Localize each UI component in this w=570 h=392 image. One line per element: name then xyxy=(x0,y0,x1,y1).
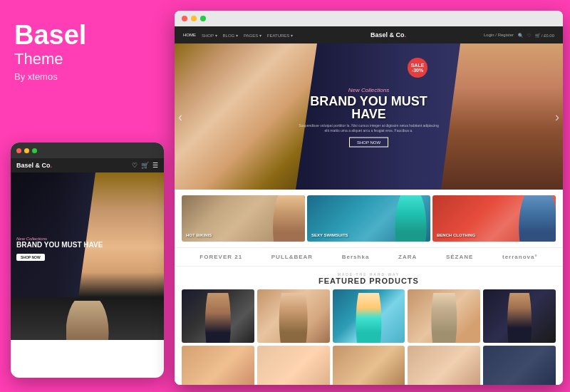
wishlist-icon[interactable]: ♡ xyxy=(527,33,531,38)
cat-label-2: SEXY SWIMSUITS xyxy=(311,233,348,237)
product-card-4[interactable] xyxy=(408,289,480,343)
product-figure-2 xyxy=(276,293,311,343)
mobile-logo: Basel & Co. xyxy=(16,162,52,169)
mobile-top-bar xyxy=(11,143,164,158)
cat-figure-1 xyxy=(269,195,305,242)
login-register-link[interactable]: Login / Register xyxy=(484,33,514,37)
nav-item-home[interactable]: HOME xyxy=(183,33,196,38)
product-card-8[interactable] xyxy=(333,346,405,385)
menu-icon[interactable]: ☰ xyxy=(152,162,158,169)
cat-figure-3 xyxy=(517,195,556,242)
nav-item-features[interactable]: FEATURES ▾ xyxy=(267,33,293,38)
nav-item-shop[interactable]: SHOP ▾ xyxy=(202,33,217,38)
mobile-bottom-section xyxy=(11,297,164,340)
product-card-1[interactable] xyxy=(182,289,254,343)
nav-item-blog[interactable]: BLOG ▾ xyxy=(223,33,238,38)
brand-sezane[interactable]: SÉZANE xyxy=(446,254,473,260)
product-figure-5 xyxy=(502,293,537,343)
cat-label-1: HOT BIKINIS xyxy=(186,233,212,237)
category-bench-clothing[interactable]: BENCH CLOTHING xyxy=(432,195,556,242)
mobile-girl-silhouette xyxy=(66,301,109,340)
product-card-10[interactable] xyxy=(483,346,556,385)
category-sexy-swimsuits[interactable]: SEXY SWIMSUITS xyxy=(307,195,430,242)
product-card-9[interactable] xyxy=(408,346,480,385)
category-section: HOT BIKINIS SEXY SWIMSUITS BENCH CLOTHIN… xyxy=(175,190,563,247)
brand-terranova[interactable]: terranova° xyxy=(502,254,538,260)
mobile-shop-now-button[interactable]: SHOP NOW xyxy=(16,254,45,261)
brands-section: FOREVER 21 PULL&BEAR Bershka ZARA SÉZANE… xyxy=(175,247,563,267)
product-card-6[interactable] xyxy=(182,346,254,385)
category-hot-bikinis[interactable]: HOT BIKINIS xyxy=(182,195,305,242)
product-card-5[interactable] xyxy=(483,289,556,343)
featured-section: MADE THE HARD WAY FEATURED PRODUCTS xyxy=(175,267,563,385)
mobile-dot-red xyxy=(16,148,21,153)
hero-new-collections: New Collections xyxy=(298,86,440,93)
desktop-dot-green xyxy=(200,16,206,21)
desktop-dot-red xyxy=(182,16,187,21)
mobile-brand-text: BRAND YOU MUST HAVE xyxy=(16,241,103,249)
featured-title: FEATURED PRODUCTS xyxy=(182,277,556,285)
hero-shop-now-button[interactable]: SHOP NOW xyxy=(349,137,388,147)
product-card-3[interactable] xyxy=(333,289,405,343)
brand-name: Basel xyxy=(14,21,171,48)
product-figure-3 xyxy=(351,293,386,343)
desktop-top-bar xyxy=(175,11,563,26)
cart-icon[interactable]: 🛒 xyxy=(141,162,149,169)
site-nav: HOME SHOP ▾ BLOG ▾ PAGES ▾ FEATURES ▾ Ba… xyxy=(175,26,563,43)
brand-forever21[interactable]: FOREVER 21 xyxy=(200,254,242,260)
desktop-mockup: HOME SHOP ▾ BLOG ▾ PAGES ▾ FEATURES ▾ Ba… xyxy=(175,11,563,385)
heart-icon[interactable]: ♡ xyxy=(132,162,138,169)
search-icon[interactable]: 🔍 xyxy=(518,33,523,38)
left-panel: Basel Theme By xtemos xyxy=(14,21,171,82)
hero-prev-arrow[interactable]: ‹ xyxy=(178,109,182,124)
mobile-hero-text: New Collections BRAND YOU MUST HAVE SHOP… xyxy=(16,237,103,262)
mobile-dot-green xyxy=(32,148,37,153)
mobile-hero: New Collections BRAND YOU MUST HAVE SHOP… xyxy=(11,172,164,297)
sale-badge: SALE -30% xyxy=(408,58,428,78)
hero-subtitle: Suspendisse volutpat porttitor la. Nisi … xyxy=(298,123,440,133)
products-grid-row2 xyxy=(182,346,556,385)
brand-pullbear[interactable]: PULL&BEAR xyxy=(271,254,313,260)
mobile-dot-yellow xyxy=(24,148,29,153)
cart-icon[interactable]: 🛒 / £0.00 xyxy=(535,33,554,38)
site-nav-left: HOME SHOP ▾ BLOG ▾ PAGES ▾ FEATURES ▾ xyxy=(183,33,293,38)
mobile-header: Basel & Co. ♡ 🛒 ☰ xyxy=(11,158,164,172)
brand-bershka[interactable]: Bershka xyxy=(342,254,370,260)
cat-label-3: BENCH CLOTHING xyxy=(437,233,475,237)
hero-title: BRAND YOU MUST HAVE xyxy=(298,94,440,120)
product-figure-4 xyxy=(426,293,462,343)
product-card-2[interactable] xyxy=(257,289,330,343)
hero-main-girl xyxy=(175,43,317,190)
mobile-mockup: Basel & Co. ♡ 🛒 ☰ New Collections BRAND … xyxy=(11,143,164,378)
cat-figure-2 xyxy=(395,195,427,242)
nav-item-pages[interactable]: PAGES ▾ xyxy=(244,33,261,38)
hero-text-center: New Collections BRAND YOU MUST HAVE Susp… xyxy=(298,86,440,147)
product-card-7[interactable] xyxy=(257,346,330,385)
by-label: By xtemos xyxy=(14,71,171,82)
brand-zara[interactable]: ZARA xyxy=(398,254,417,260)
products-grid-row1 xyxy=(182,289,556,343)
mobile-icons: ♡ 🛒 ☰ xyxy=(132,162,158,169)
theme-label: Theme xyxy=(14,50,171,68)
site-hero: New Collections BRAND YOU MUST HAVE Susp… xyxy=(175,43,563,190)
featured-header: MADE THE HARD WAY FEATURED PRODUCTS xyxy=(182,272,556,285)
site-logo: Basel & Co. xyxy=(370,31,406,38)
desktop-dot-yellow xyxy=(191,16,197,21)
hero-next-arrow[interactable]: › xyxy=(555,109,559,124)
product-figure-1 xyxy=(200,293,236,343)
site-nav-right: Login / Register 🔍 ♡ 🛒 / £0.00 xyxy=(484,33,554,38)
